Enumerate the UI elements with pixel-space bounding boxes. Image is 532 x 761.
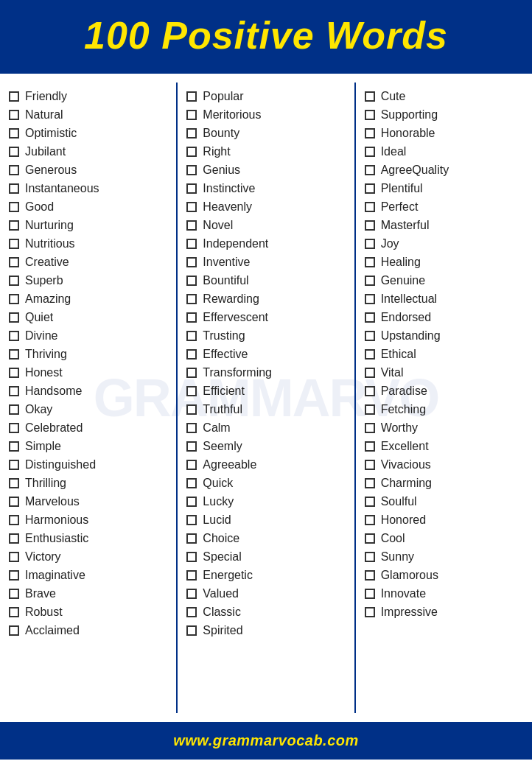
checkbox-icon[interactable]: [9, 404, 19, 415]
checkbox-icon[interactable]: [9, 220, 19, 231]
checkbox-icon[interactable]: [365, 183, 375, 194]
checkbox-icon[interactable]: [9, 165, 19, 175]
word-label: Creative: [25, 256, 69, 269]
word-label: Fetching: [381, 403, 426, 416]
checkbox-icon[interactable]: [186, 110, 197, 120]
checkbox-icon[interactable]: [186, 331, 197, 341]
checkbox-icon[interactable]: [186, 257, 197, 267]
checkbox-icon[interactable]: [365, 441, 375, 452]
checkbox-icon[interactable]: [9, 552, 19, 562]
checkbox-icon[interactable]: [9, 497, 19, 507]
checkbox-icon[interactable]: [365, 165, 375, 175]
checkbox-icon[interactable]: [9, 515, 19, 525]
checkbox-icon[interactable]: [186, 404, 197, 415]
list-item: Robust: [9, 603, 170, 621]
checkbox-icon[interactable]: [365, 570, 375, 581]
list-item: Quick: [186, 474, 348, 492]
checkbox-icon[interactable]: [365, 110, 375, 120]
checkbox-icon[interactable]: [9, 276, 19, 286]
checkbox-icon[interactable]: [365, 497, 375, 507]
checkbox-icon[interactable]: [365, 220, 375, 231]
checkbox-icon[interactable]: [186, 276, 197, 286]
checkbox-icon[interactable]: [365, 404, 375, 415]
checkbox-icon[interactable]: [365, 331, 375, 341]
checkbox-icon[interactable]: [9, 202, 19, 212]
checkbox-icon[interactable]: [365, 294, 375, 304]
checkbox-icon[interactable]: [186, 220, 197, 231]
checkbox-icon[interactable]: [186, 239, 197, 249]
checkbox-icon[interactable]: [186, 386, 197, 396]
checkbox-icon[interactable]: [9, 478, 19, 488]
checkbox-icon[interactable]: [9, 331, 19, 341]
checkbox-icon[interactable]: [186, 147, 197, 157]
checkbox-icon[interactable]: [186, 607, 197, 617]
checkbox-icon[interactable]: [186, 552, 197, 562]
checkbox-icon[interactable]: [9, 183, 19, 194]
checkbox-icon[interactable]: [9, 533, 19, 544]
list-item: Divine: [9, 326, 170, 345]
checkbox-icon[interactable]: [186, 294, 197, 304]
checkbox-icon[interactable]: [9, 294, 19, 304]
checkbox-icon[interactable]: [186, 91, 197, 102]
checkbox-icon[interactable]: [365, 589, 375, 599]
checkbox-icon[interactable]: [365, 478, 375, 488]
checkbox-icon[interactable]: [365, 147, 375, 157]
checkbox-icon[interactable]: [9, 423, 19, 433]
checkbox-icon[interactable]: [186, 497, 197, 507]
checkbox-icon[interactable]: [186, 460, 197, 470]
list-item: Transforming: [186, 363, 348, 382]
checkbox-icon[interactable]: [9, 589, 19, 599]
checkbox-icon[interactable]: [186, 570, 197, 581]
checkbox-icon[interactable]: [365, 239, 375, 249]
checkbox-icon[interactable]: [9, 368, 19, 378]
word-label: Excellent: [381, 440, 429, 453]
checkbox-icon[interactable]: [365, 552, 375, 562]
checkbox-icon[interactable]: [9, 312, 19, 323]
checkbox-icon[interactable]: [186, 183, 197, 194]
checkbox-icon[interactable]: [365, 349, 375, 360]
checkbox-icon[interactable]: [186, 349, 197, 360]
list-item: Quiet: [9, 308, 170, 326]
checkbox-icon[interactable]: [365, 368, 375, 378]
checkbox-icon[interactable]: [365, 312, 375, 323]
checkbox-icon[interactable]: [365, 202, 375, 212]
checkbox-icon[interactable]: [186, 625, 197, 636]
checkbox-icon[interactable]: [365, 128, 375, 138]
checkbox-icon[interactable]: [186, 312, 197, 323]
checkbox-icon[interactable]: [365, 91, 375, 102]
checkbox-icon[interactable]: [9, 349, 19, 360]
checkbox-icon[interactable]: [9, 239, 19, 249]
checkbox-icon[interactable]: [365, 276, 375, 286]
checkbox-icon[interactable]: [9, 91, 19, 102]
checkbox-icon[interactable]: [365, 607, 375, 617]
checkbox-icon[interactable]: [9, 625, 19, 636]
checkbox-icon[interactable]: [186, 589, 197, 599]
checkbox-icon[interactable]: [186, 165, 197, 175]
checkbox-icon[interactable]: [186, 515, 197, 525]
checkbox-icon[interactable]: [9, 147, 19, 157]
checkbox-icon[interactable]: [9, 570, 19, 581]
checkbox-icon[interactable]: [186, 423, 197, 433]
checkbox-icon[interactable]: [186, 368, 197, 378]
checkbox-icon[interactable]: [9, 257, 19, 267]
checkbox-icon[interactable]: [186, 202, 197, 212]
checkbox-icon[interactable]: [9, 110, 19, 120]
checkbox-icon[interactable]: [186, 128, 197, 138]
checkbox-icon[interactable]: [9, 128, 19, 138]
checkbox-icon[interactable]: [365, 460, 375, 470]
checkbox-icon[interactable]: [365, 257, 375, 267]
checkbox-icon[interactable]: [186, 441, 197, 452]
list-item: Energetic: [186, 566, 348, 584]
checkbox-icon[interactable]: [186, 533, 197, 544]
checkbox-icon[interactable]: [365, 515, 375, 525]
checkbox-icon[interactable]: [186, 478, 197, 488]
checkbox-icon[interactable]: [365, 533, 375, 544]
list-item: Meritorious: [186, 105, 348, 124]
checkbox-icon[interactable]: [9, 386, 19, 396]
checkbox-icon[interactable]: [9, 441, 19, 452]
checkbox-icon[interactable]: [9, 607, 19, 617]
list-item: Rewarding: [186, 290, 348, 308]
checkbox-icon[interactable]: [365, 423, 375, 433]
checkbox-icon[interactable]: [9, 460, 19, 470]
checkbox-icon[interactable]: [365, 386, 375, 396]
